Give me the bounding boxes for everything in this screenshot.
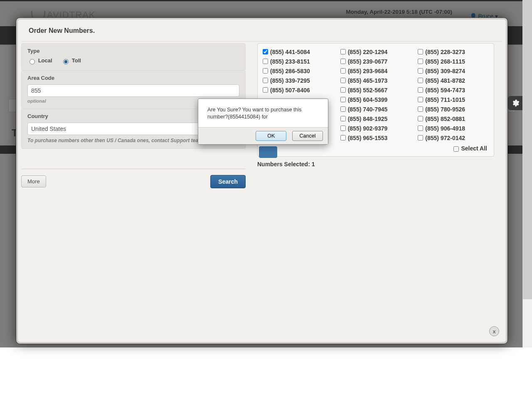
right-column: (855) 441-5084(855) 233-8151(855) 286-58… <box>257 43 494 338</box>
number-item[interactable]: (855) 552-5667 <box>340 85 411 95</box>
number-text: (855) 268-1115 <box>425 58 465 65</box>
number-item[interactable]: (855) 740-7945 <box>340 104 411 114</box>
select-all[interactable]: Select All <box>452 145 487 152</box>
number-item[interactable]: (855) 268-1115 <box>418 57 489 66</box>
more-button[interactable]: More <box>21 175 46 187</box>
number-text: (855) 740-7945 <box>348 106 388 113</box>
number-item[interactable]: (855) 441-5084 <box>263 47 334 57</box>
number-item[interactable]: (855) 852-0881 <box>418 114 489 123</box>
number-item[interactable]: (855) 507-8406 <box>263 85 334 95</box>
number-item[interactable]: (855) 220-1294 <box>340 47 411 57</box>
number-text: (855) 594-7473 <box>425 87 465 94</box>
number-item[interactable]: (855) 286-5830 <box>263 66 334 76</box>
number-text: (855) 552-5667 <box>348 87 388 94</box>
number-text: (855) 309-8274 <box>425 68 465 74</box>
type-label: Type <box>27 48 239 54</box>
number-item[interactable]: (855) 239-0677 <box>340 57 411 66</box>
confirm-message: Are You Sure? You want to purchase this … <box>198 99 328 127</box>
number-text: (855) 906-4918 <box>425 125 465 132</box>
radio-local[interactable]: Local <box>27 57 52 64</box>
number-text: (855) 293-9684 <box>348 68 388 74</box>
numbers-col-2: (855) 220-1294(855) 239-0677(855) 293-96… <box>340 47 411 143</box>
number-item[interactable]: (855) 780-9526 <box>418 104 489 114</box>
number-item[interactable]: (855) 604-5399 <box>340 95 411 104</box>
number-text: (855) 228-3273 <box>425 49 465 55</box>
numbers-selected-label: Numbers Selected: 1 <box>257 161 494 167</box>
number-text: (855) 339-7295 <box>270 77 310 84</box>
number-item[interactable]: (855) 233-8151 <box>263 57 334 66</box>
buy-button-hidden[interactable] <box>259 146 277 158</box>
number-text: (855) 852-0881 <box>425 116 465 122</box>
scrollbar-thumb[interactable] <box>523 0 532 299</box>
area-code-input[interactable] <box>27 84 239 97</box>
search-button[interactable]: Search <box>210 175 246 188</box>
number-item[interactable]: (855) 228-3273 <box>418 47 489 57</box>
modal-title: Order New Numbers. <box>16 18 507 39</box>
confirm-dialog: Are You Sure? You want to purchase this … <box>198 99 328 145</box>
number-text: (855) 902-9379 <box>348 125 388 132</box>
number-text: (855) 220-1294 <box>348 49 388 55</box>
area-code-label: Area Code <box>27 75 239 81</box>
number-item[interactable]: (855) 309-8274 <box>418 66 489 76</box>
number-text: (855) 441-5084 <box>270 49 310 55</box>
radio-toll[interactable]: Toll <box>61 57 81 64</box>
numbers-col-3: (855) 228-3273(855) 268-1115(855) 309-82… <box>418 47 489 143</box>
app-background: AVIDTRAK Monday, April-22-2019 5:18 (UTC… <box>0 0 523 347</box>
number-item[interactable]: (855) 711-1015 <box>418 95 489 104</box>
number-text: (855) 233-8151 <box>270 58 310 65</box>
close-icon[interactable]: x <box>489 326 499 336</box>
gear-icon <box>511 99 520 107</box>
number-item[interactable]: (855) 906-4918 <box>418 123 489 133</box>
modal-body: Type Local Toll Area Code optional Count… <box>21 41 502 338</box>
number-text: (855) 604-5399 <box>348 96 388 103</box>
number-item[interactable]: (855) 465-1973 <box>340 76 411 85</box>
confirm-ok-button[interactable]: OK <box>256 131 286 141</box>
number-item[interactable]: (855) 293-9684 <box>340 66 411 76</box>
number-text: (855) 711-1015 <box>425 96 465 103</box>
number-item[interactable]: (855) 972-0142 <box>418 133 489 143</box>
number-text: (855) 972-0142 <box>425 135 465 141</box>
number-item[interactable]: (855) 481-8782 <box>418 76 489 85</box>
number-text: (855) 848-1925 <box>348 116 388 122</box>
number-text: (855) 286-5830 <box>270 68 310 74</box>
settings-tab[interactable] <box>508 96 523 110</box>
number-item[interactable]: (855) 594-7473 <box>418 85 489 95</box>
number-text: (855) 507-8406 <box>270 87 310 94</box>
left-column: Type Local Toll Area Code optional Count… <box>21 43 246 338</box>
number-text: (855) 465-1973 <box>348 77 388 84</box>
number-text: (855) 239-0677 <box>348 58 388 65</box>
number-item[interactable]: (855) 902-9379 <box>340 123 411 133</box>
number-item[interactable]: (855) 848-1925 <box>340 114 411 123</box>
confirm-cancel-button[interactable]: Cancel <box>292 131 323 141</box>
order-numbers-modal: Order New Numbers. Type Local Toll Area … <box>16 17 508 344</box>
number-item[interactable]: (855) 339-7295 <box>263 76 334 85</box>
number-text: (855) 780-9526 <box>425 106 465 113</box>
vertical-scrollbar[interactable] <box>522 0 532 347</box>
number-item[interactable]: (855) 965-1553 <box>340 133 411 143</box>
number-text: (855) 481-8782 <box>425 77 465 84</box>
number-text: (855) 965-1553 <box>348 135 388 141</box>
